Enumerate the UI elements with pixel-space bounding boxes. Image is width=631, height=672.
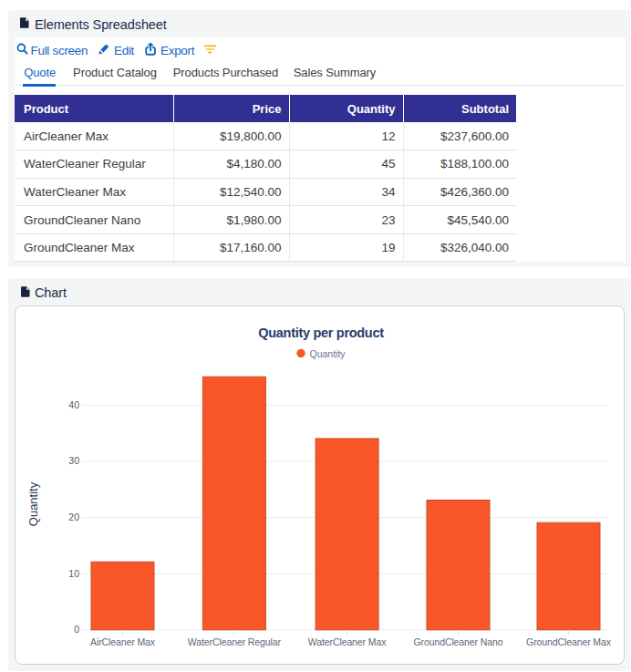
svg-text:AirCleaner Max: AirCleaner Max	[90, 636, 156, 647]
svg-text:WaterCleaner Max: WaterCleaner Max	[308, 636, 387, 647]
svg-text:WaterCleaner Regular: WaterCleaner Regular	[188, 636, 282, 647]
svg-text:30: 30	[68, 455, 79, 466]
svg-text:Quantity per product: Quantity per product	[258, 326, 384, 340]
svg-text:10: 10	[68, 568, 79, 579]
svg-text:GroundCleaner Nano: GroundCleaner Nano	[413, 636, 502, 647]
svg-text:20: 20	[68, 512, 79, 522]
svg-text:Quantity: Quantity	[310, 348, 347, 359]
svg-text:40: 40	[68, 399, 79, 410]
svg-text:0: 0	[74, 624, 79, 635]
svg-text:Quantity: Quantity	[26, 481, 40, 526]
svg-text:GroundCleaner Max: GroundCleaner Max	[526, 636, 612, 647]
